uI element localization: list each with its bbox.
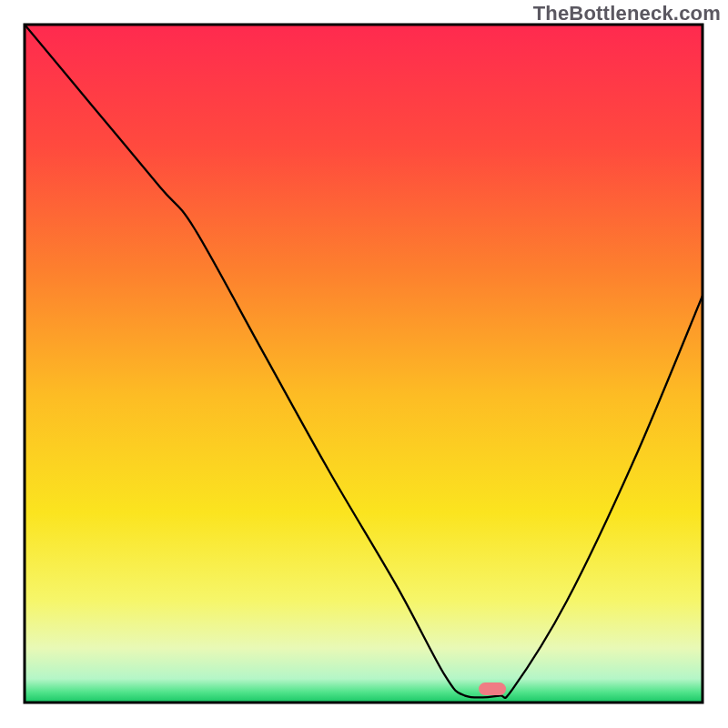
- watermark-label: TheBottleneck.com: [533, 2, 721, 25]
- plot-background: [25, 25, 703, 703]
- bottleneck-chart: [0, 0, 728, 728]
- chart-container: TheBottleneck.com: [0, 0, 728, 728]
- optimal-marker: [479, 682, 506, 695]
